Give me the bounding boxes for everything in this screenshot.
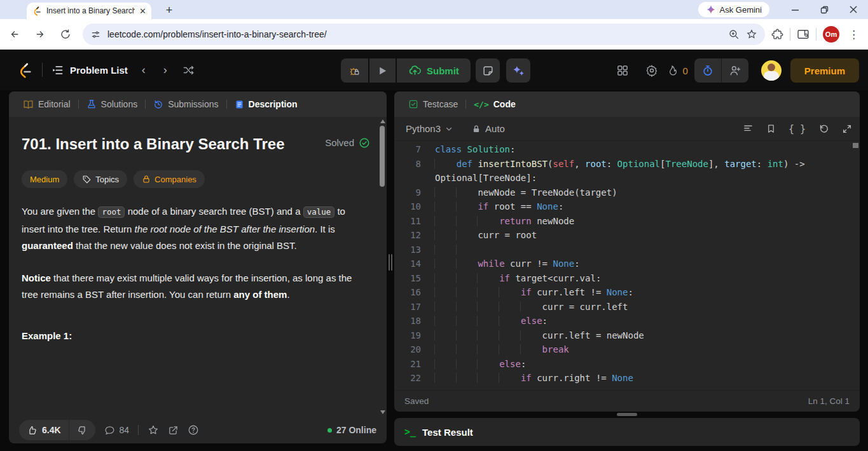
debug-button[interactable] bbox=[341, 58, 368, 83]
online-dot-icon bbox=[327, 428, 332, 433]
debug-icon bbox=[348, 65, 361, 77]
code-line[interactable]: 19 curr.left = newNode bbox=[394, 328, 860, 343]
problem-description[interactable]: 701. Insert into a Binary Search Tree So… bbox=[9, 117, 387, 417]
tab-description[interactable]: Description bbox=[230, 99, 303, 109]
code-line[interactable]: 18 else: bbox=[394, 314, 860, 328]
problem-list-label: Problem List bbox=[70, 65, 128, 76]
scroll-up-arrow[interactable] bbox=[380, 119, 385, 123]
code-editor[interactable]: 7class Solution:8 def insertIntoBST(self… bbox=[394, 141, 860, 390]
bookmark-star-icon[interactable] bbox=[746, 29, 757, 40]
forward-button[interactable] bbox=[29, 24, 51, 45]
format-lines-icon[interactable] bbox=[743, 123, 754, 134]
next-problem-button[interactable]: › bbox=[155, 64, 176, 77]
shuffle-icon[interactable] bbox=[183, 64, 195, 76]
leetcode-logo[interactable] bbox=[17, 62, 33, 78]
code-line[interactable]: 10 if root == None: bbox=[394, 199, 860, 214]
code-line[interactable]: 22 if curr.right != None bbox=[394, 371, 860, 386]
bookmark-icon[interactable] bbox=[766, 123, 776, 134]
code-line[interactable]: Optional[TreeNode]: bbox=[394, 171, 860, 185]
auto-lock-icon bbox=[472, 125, 481, 133]
line-number: 12 bbox=[394, 228, 421, 243]
share-button[interactable] bbox=[168, 425, 179, 436]
code-line[interactable]: 11 return newNode bbox=[394, 214, 860, 229]
line-number: 10 bbox=[394, 199, 421, 214]
code-line[interactable]: 16 if curr.left != None: bbox=[394, 285, 860, 300]
auto-save-indicator[interactable]: Auto bbox=[472, 123, 505, 134]
tab-submissions[interactable]: Submissions bbox=[148, 99, 223, 109]
difficulty-badge[interactable]: Medium bbox=[22, 170, 67, 188]
fullscreen-icon[interactable] bbox=[842, 124, 852, 134]
url-text[interactable]: leetcode.com/problems/insert-into-a-bina… bbox=[107, 29, 722, 39]
testcase-check-icon bbox=[408, 99, 418, 109]
profile-avatar[interactable]: Om bbox=[823, 26, 839, 43]
notes-button[interactable] bbox=[476, 58, 500, 83]
problem-list-button[interactable]: Problem List bbox=[52, 64, 128, 76]
ask-gemini-button[interactable]: Ask Gemini bbox=[698, 2, 769, 17]
code-line[interactable]: 12 curr = root bbox=[394, 228, 860, 243]
timer-button[interactable] bbox=[694, 58, 721, 83]
like-count: 6.4K bbox=[42, 425, 61, 435]
back-button[interactable] bbox=[4, 24, 25, 45]
new-tab-button[interactable]: + bbox=[162, 3, 177, 18]
window-maximize-button[interactable] bbox=[809, 0, 839, 19]
reset-code-icon[interactable] bbox=[818, 123, 829, 134]
topics-tag[interactable]: Topics bbox=[74, 170, 127, 188]
companies-tag[interactable]: Companies bbox=[134, 170, 205, 188]
reload-button[interactable] bbox=[55, 24, 76, 45]
scrollbar-thumb[interactable] bbox=[380, 126, 385, 187]
solved-badge: Solved bbox=[325, 133, 370, 155]
panel-resize-handle[interactable] bbox=[389, 254, 390, 271]
run-submit-group: Submit bbox=[341, 58, 471, 83]
tab-solutions[interactable]: Solutions bbox=[81, 99, 143, 109]
code-line[interactable]: 9 newNode = TreeNode(target) bbox=[394, 185, 860, 200]
layout-button[interactable] bbox=[616, 64, 629, 77]
help-button[interactable] bbox=[188, 424, 199, 436]
tab-code[interactable]: </> Code bbox=[469, 99, 520, 109]
user-avatar[interactable] bbox=[761, 60, 782, 81]
run-button[interactable] bbox=[369, 58, 396, 83]
window-minimize-button[interactable] bbox=[780, 0, 809, 19]
braces-icon[interactable]: { } bbox=[789, 123, 806, 135]
settings-button[interactable] bbox=[645, 64, 658, 77]
editor-scrollbar-thumb[interactable] bbox=[853, 143, 858, 148]
streak-counter[interactable]: 0 bbox=[666, 64, 687, 77]
code-line[interactable]: 15 if target<curr.val: bbox=[394, 271, 860, 286]
code-line[interactable]: 21 else: bbox=[394, 357, 860, 372]
code-line[interactable]: 8 def insertIntoBST(self, root: Optional… bbox=[394, 157, 860, 172]
run-icon bbox=[377, 65, 388, 76]
tab-testcase-label: Testcase bbox=[423, 99, 458, 109]
code-line[interactable]: 7class Solution: bbox=[394, 142, 860, 157]
ai-assistant-button[interactable] bbox=[506, 58, 530, 83]
tab-editorial[interactable]: Editorial bbox=[18, 99, 76, 110]
favorite-button[interactable] bbox=[148, 424, 159, 436]
submit-button[interactable]: Submit bbox=[397, 58, 471, 83]
code-line[interactable]: 17 curr = curr.left bbox=[394, 300, 860, 314]
collaborate-button[interactable] bbox=[722, 58, 748, 83]
dislike-button[interactable] bbox=[69, 420, 95, 440]
panel-resize-handle[interactable] bbox=[391, 254, 392, 271]
window-close-button[interactable] bbox=[839, 0, 868, 19]
premium-button[interactable]: Premium bbox=[790, 58, 859, 83]
url-bar[interactable]: leetcode.com/problems/insert-into-a-bina… bbox=[83, 24, 765, 45]
code-line[interactable]: 14 while curr != None: bbox=[394, 257, 860, 271]
like-button[interactable]: 6.4K bbox=[19, 420, 69, 440]
language-selector[interactable]: Python3 bbox=[402, 123, 457, 134]
comments-button[interactable]: 84 bbox=[104, 425, 130, 436]
extensions-icon[interactable] bbox=[771, 29, 783, 41]
browser-menu-button[interactable]: ⋮ bbox=[846, 28, 862, 41]
browser-tab[interactable]: Insert into a Binary Search Tree ✕ bbox=[27, 3, 151, 19]
tab-title: Insert into a Binary Search Tree bbox=[46, 6, 135, 15]
tab-close-icon[interactable]: ✕ bbox=[139, 6, 146, 16]
zoom-icon[interactable] bbox=[728, 29, 740, 40]
tab-testcase[interactable]: Testcase bbox=[403, 99, 463, 109]
code-line[interactable]: 20 break bbox=[394, 342, 860, 357]
reload-icon bbox=[60, 29, 71, 40]
code-line[interactable]: 13 bbox=[394, 243, 860, 257]
bottom-resize-handle[interactable] bbox=[617, 413, 637, 416]
test-result-panel[interactable]: >_ Test Result bbox=[394, 418, 860, 446]
topics-label: Topics bbox=[95, 175, 119, 184]
prev-problem-button[interactable]: ‹ bbox=[133, 64, 155, 77]
description-scrollbar[interactable] bbox=[378, 118, 387, 415]
scroll-down-arrow[interactable] bbox=[380, 410, 385, 414]
side-panel-icon[interactable] bbox=[797, 28, 809, 41]
